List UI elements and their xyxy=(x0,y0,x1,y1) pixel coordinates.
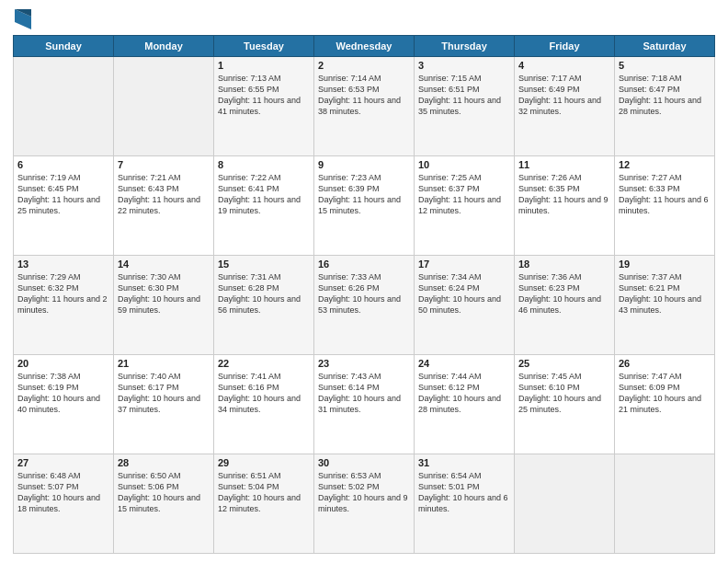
calendar-cell: 30Sunrise: 6:53 AMSunset: 5:02 PMDayligh… xyxy=(314,454,415,554)
calendar-cell: 13Sunrise: 7:29 AMSunset: 6:32 PMDayligh… xyxy=(14,256,114,355)
calendar-cell: 10Sunrise: 7:25 AMSunset: 6:37 PMDayligh… xyxy=(415,156,515,256)
cell-content: Sunrise: 7:34 AMSunset: 6:24 PMDaylight:… xyxy=(418,271,510,316)
day-number: 12 xyxy=(619,159,711,170)
cell-content: Sunrise: 7:17 AMSunset: 6:49 PMDaylight:… xyxy=(518,73,610,118)
calendar-cell: 8Sunrise: 7:22 AMSunset: 6:41 PMDaylight… xyxy=(214,156,314,256)
calendar-cell: 7Sunrise: 7:21 AMSunset: 6:43 PMDaylight… xyxy=(114,156,214,256)
calendar-table: SundayMondayTuesdayWednesdayThursdayFrid… xyxy=(13,35,715,554)
day-number: 25 xyxy=(518,358,610,369)
cell-content: Sunrise: 7:25 AMSunset: 6:37 PMDaylight:… xyxy=(418,172,510,217)
day-number: 6 xyxy=(17,159,109,170)
calendar-cell: 25Sunrise: 7:45 AMSunset: 6:10 PMDayligh… xyxy=(515,355,615,454)
calendar-week-row: 20Sunrise: 7:38 AMSunset: 6:19 PMDayligh… xyxy=(14,355,715,454)
weekday-header-monday: Monday xyxy=(114,36,214,57)
cell-content: Sunrise: 7:41 AMSunset: 6:16 PMDaylight:… xyxy=(218,371,310,416)
cell-content: Sunrise: 7:14 AMSunset: 6:53 PMDaylight:… xyxy=(318,73,410,118)
day-number: 9 xyxy=(318,159,410,170)
weekday-header-tuesday: Tuesday xyxy=(214,36,314,57)
day-number: 4 xyxy=(518,60,610,71)
day-number: 24 xyxy=(418,358,510,369)
cell-content: Sunrise: 7:23 AMSunset: 6:39 PMDaylight:… xyxy=(318,172,410,217)
calendar-cell: 23Sunrise: 7:43 AMSunset: 6:14 PMDayligh… xyxy=(314,355,415,454)
cell-content: Sunrise: 7:44 AMSunset: 6:12 PMDaylight:… xyxy=(418,371,510,416)
calendar-cell: 1Sunrise: 7:13 AMSunset: 6:55 PMDaylight… xyxy=(214,57,314,156)
calendar-cell: 5Sunrise: 7:18 AMSunset: 6:47 PMDaylight… xyxy=(615,57,715,156)
day-number: 20 xyxy=(17,358,109,369)
calendar-cell: 11Sunrise: 7:26 AMSunset: 6:35 PMDayligh… xyxy=(515,156,615,256)
weekday-header-friday: Friday xyxy=(515,36,615,57)
cell-content: Sunrise: 7:21 AMSunset: 6:43 PMDaylight:… xyxy=(118,172,210,217)
calendar-cell: 29Sunrise: 6:51 AMSunset: 5:04 PMDayligh… xyxy=(214,454,314,554)
day-number: 28 xyxy=(118,457,210,468)
cell-content: Sunrise: 7:47 AMSunset: 6:09 PMDaylight:… xyxy=(619,371,711,416)
day-number: 10 xyxy=(418,159,510,170)
day-number: 5 xyxy=(619,60,711,71)
calendar-cell: 12Sunrise: 7:27 AMSunset: 6:33 PMDayligh… xyxy=(615,156,715,256)
cell-content: Sunrise: 7:38 AMSunset: 6:19 PMDaylight:… xyxy=(17,371,109,416)
day-number: 21 xyxy=(118,358,210,369)
cell-content: Sunrise: 7:22 AMSunset: 6:41 PMDaylight:… xyxy=(218,172,310,217)
day-number: 18 xyxy=(518,259,610,270)
day-number: 8 xyxy=(218,159,310,170)
calendar-cell xyxy=(515,454,615,554)
day-number: 26 xyxy=(619,358,711,369)
day-number: 16 xyxy=(318,259,410,270)
calendar-week-row: 27Sunrise: 6:48 AMSunset: 5:07 PMDayligh… xyxy=(14,454,715,554)
day-number: 30 xyxy=(318,457,410,468)
day-number: 29 xyxy=(218,457,310,468)
calendar-week-row: 1Sunrise: 7:13 AMSunset: 6:55 PMDaylight… xyxy=(14,57,715,156)
calendar-cell: 26Sunrise: 7:47 AMSunset: 6:09 PMDayligh… xyxy=(615,355,715,454)
cell-content: Sunrise: 7:36 AMSunset: 6:23 PMDaylight:… xyxy=(518,271,610,316)
cell-content: Sunrise: 7:27 AMSunset: 6:33 PMDaylight:… xyxy=(619,172,711,217)
cell-content: Sunrise: 6:50 AMSunset: 5:06 PMDaylight:… xyxy=(118,470,210,515)
header xyxy=(13,9,715,29)
day-number: 22 xyxy=(218,358,310,369)
day-number: 31 xyxy=(418,457,510,468)
cell-content: Sunrise: 6:51 AMSunset: 5:04 PMDaylight:… xyxy=(218,470,310,515)
day-number: 27 xyxy=(17,457,109,468)
calendar-cell: 27Sunrise: 6:48 AMSunset: 5:07 PMDayligh… xyxy=(14,454,114,554)
calendar-cell: 16Sunrise: 7:33 AMSunset: 6:26 PMDayligh… xyxy=(314,256,415,355)
day-number: 17 xyxy=(418,259,510,270)
cell-content: Sunrise: 7:26 AMSunset: 6:35 PMDaylight:… xyxy=(518,172,610,217)
cell-content: Sunrise: 7:33 AMSunset: 6:26 PMDaylight:… xyxy=(318,271,410,316)
calendar-cell xyxy=(114,57,214,156)
weekday-header-row: SundayMondayTuesdayWednesdayThursdayFrid… xyxy=(14,36,715,57)
cell-content: Sunrise: 7:15 AMSunset: 6:51 PMDaylight:… xyxy=(418,73,510,118)
calendar-cell: 22Sunrise: 7:41 AMSunset: 6:16 PMDayligh… xyxy=(214,355,314,454)
logo-icon xyxy=(15,9,31,29)
cell-content: Sunrise: 7:19 AMSunset: 6:45 PMDaylight:… xyxy=(17,172,109,217)
calendar-cell: 18Sunrise: 7:36 AMSunset: 6:23 PMDayligh… xyxy=(515,256,615,355)
day-number: 19 xyxy=(619,259,711,270)
calendar-cell: 28Sunrise: 6:50 AMSunset: 5:06 PMDayligh… xyxy=(114,454,214,554)
day-number: 14 xyxy=(118,259,210,270)
calendar-week-row: 6Sunrise: 7:19 AMSunset: 6:45 PMDaylight… xyxy=(14,156,715,256)
calendar-cell xyxy=(615,454,715,554)
day-number: 3 xyxy=(418,60,510,71)
calendar-cell xyxy=(14,57,114,156)
day-number: 1 xyxy=(218,60,310,71)
calendar-cell: 15Sunrise: 7:31 AMSunset: 6:28 PMDayligh… xyxy=(214,256,314,355)
calendar-cell: 19Sunrise: 7:37 AMSunset: 6:21 PMDayligh… xyxy=(615,256,715,355)
calendar-cell: 31Sunrise: 6:54 AMSunset: 5:01 PMDayligh… xyxy=(415,454,515,554)
cell-content: Sunrise: 7:31 AMSunset: 6:28 PMDaylight:… xyxy=(218,271,310,316)
calendar-cell: 4Sunrise: 7:17 AMSunset: 6:49 PMDaylight… xyxy=(515,57,615,156)
cell-content: Sunrise: 7:37 AMSunset: 6:21 PMDaylight:… xyxy=(619,271,711,316)
weekday-header-thursday: Thursday xyxy=(415,36,515,57)
cell-content: Sunrise: 6:48 AMSunset: 5:07 PMDaylight:… xyxy=(17,470,109,515)
day-number: 15 xyxy=(218,259,310,270)
cell-content: Sunrise: 7:30 AMSunset: 6:30 PMDaylight:… xyxy=(118,271,210,316)
calendar-cell: 17Sunrise: 7:34 AMSunset: 6:24 PMDayligh… xyxy=(415,256,515,355)
cell-content: Sunrise: 7:45 AMSunset: 6:10 PMDaylight:… xyxy=(518,371,610,416)
calendar-cell: 21Sunrise: 7:40 AMSunset: 6:17 PMDayligh… xyxy=(114,355,214,454)
cell-content: Sunrise: 7:13 AMSunset: 6:55 PMDaylight:… xyxy=(218,73,310,118)
calendar-cell: 2Sunrise: 7:14 AMSunset: 6:53 PMDaylight… xyxy=(314,57,415,156)
day-number: 13 xyxy=(17,259,109,270)
day-number: 2 xyxy=(318,60,410,71)
cell-content: Sunrise: 7:18 AMSunset: 6:47 PMDaylight:… xyxy=(619,73,711,118)
day-number: 7 xyxy=(118,159,210,170)
day-number: 11 xyxy=(518,159,610,170)
calendar-cell: 3Sunrise: 7:15 AMSunset: 6:51 PMDaylight… xyxy=(415,57,515,156)
calendar-cell: 20Sunrise: 7:38 AMSunset: 6:19 PMDayligh… xyxy=(14,355,114,454)
cell-content: Sunrise: 7:43 AMSunset: 6:14 PMDaylight:… xyxy=(318,371,410,416)
